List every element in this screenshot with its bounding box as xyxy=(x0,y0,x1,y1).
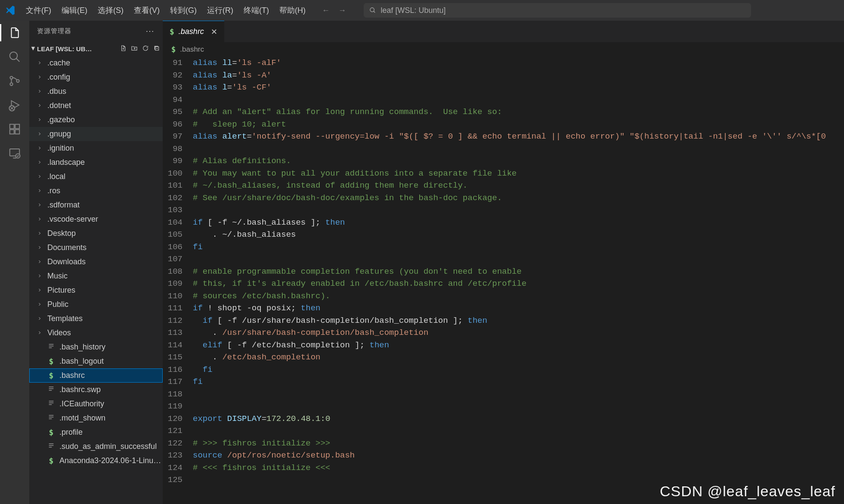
explorer-folder-header[interactable]: ▸ LEAF [WSL: UB… xyxy=(29,41,163,56)
nav-forward-icon[interactable]: → xyxy=(336,6,349,15)
shell-file-icon: $ xyxy=(49,371,54,380)
chevron-right-icon xyxy=(37,300,43,309)
tree-folder[interactable]: .dotnet xyxy=(29,99,163,113)
tree-file[interactable]: $.profile xyxy=(29,425,163,439)
shell-file-icon: $ xyxy=(49,428,54,437)
activity-explorer-icon[interactable] xyxy=(7,25,22,40)
tree-item-label: .sdformat xyxy=(47,201,80,210)
activity-remote-icon[interactable] xyxy=(7,145,22,161)
tree-file[interactable]: .ICEauthority xyxy=(29,397,163,411)
tree-folder[interactable]: .vscode-server xyxy=(29,212,163,226)
tree-file[interactable]: .bash_history xyxy=(29,340,163,354)
tree-folder[interactable]: Public xyxy=(29,297,163,312)
sidebar-title: 资源管理器 xyxy=(37,27,71,35)
menu-item[interactable]: 查看(V) xyxy=(129,0,165,21)
explorer-sidebar: 资源管理器 ⋯ ▸ LEAF [WSL: UB… .cache.config.d… xyxy=(29,21,163,504)
svg-line-1 xyxy=(374,11,375,12)
line-number-gutter: 91 92 93 94 95 96 97 98 99 100 101 102 1… xyxy=(163,57,193,504)
chevron-right-icon xyxy=(37,73,43,82)
chevron-right-icon xyxy=(37,186,43,195)
tree-file[interactable]: $Anaconda3-2024.06-1-Linu… xyxy=(29,454,163,468)
svg-point-5 xyxy=(10,83,12,85)
activity-run-debug-icon[interactable] xyxy=(7,97,22,113)
menu-item[interactable]: 编辑(E) xyxy=(56,0,93,21)
tree-folder[interactable]: .dbus xyxy=(29,84,163,99)
menu-item[interactable]: 运行(R) xyxy=(202,0,238,21)
chevron-right-icon xyxy=(37,87,43,96)
menu-item[interactable]: 选择(S) xyxy=(93,0,129,21)
file-tree[interactable]: .cache.config.dbus.dotnet.gazebo.gnupg.i… xyxy=(29,56,163,504)
sidebar-more-icon[interactable]: ⋯ xyxy=(145,26,155,36)
tree-item-label: .sudo_as_admin_successful xyxy=(59,442,157,451)
refresh-icon[interactable] xyxy=(142,45,149,53)
tree-item-label: .bash_logout xyxy=(59,357,104,366)
nav-back-icon[interactable]: ← xyxy=(319,6,332,15)
new-folder-icon[interactable] xyxy=(131,45,138,53)
chevron-right-icon xyxy=(37,201,43,210)
tree-folder[interactable]: .landscape xyxy=(29,155,163,170)
tree-file[interactable]: .bashrc.swp xyxy=(29,383,163,397)
tree-folder[interactable]: Documents xyxy=(29,241,163,255)
tree-folder[interactable]: Templates xyxy=(29,312,163,326)
tree-file[interactable]: $.bashrc xyxy=(29,368,163,383)
tab-close-icon[interactable]: ✕ xyxy=(211,27,217,37)
chevron-right-icon xyxy=(37,158,43,167)
tree-item-label: .dbus xyxy=(47,87,66,96)
tree-folder[interactable]: .ros xyxy=(29,184,163,198)
svg-rect-10 xyxy=(10,130,14,134)
activity-search-icon[interactable] xyxy=(7,49,22,65)
activity-extensions-icon[interactable] xyxy=(7,121,22,137)
tree-file[interactable]: .sudo_as_admin_successful xyxy=(29,439,163,454)
menu-item[interactable]: 帮助(H) xyxy=(274,0,311,21)
tree-folder[interactable]: Videos xyxy=(29,326,163,340)
new-file-icon[interactable] xyxy=(120,45,127,53)
tree-folder[interactable]: .sdformat xyxy=(29,198,163,212)
collapse-all-icon[interactable] xyxy=(153,45,160,53)
tree-folder[interactable]: .ignition xyxy=(29,141,163,155)
chevron-right-icon xyxy=(37,328,43,337)
tree-folder[interactable]: .gazebo xyxy=(29,113,163,127)
tree-item-label: Desktop xyxy=(47,229,76,238)
tree-folder[interactable]: Music xyxy=(29,269,163,283)
code-content[interactable]: alias ll='ls -alF' alias la='ls -A' alia… xyxy=(193,57,844,504)
code-editor[interactable]: 91 92 93 94 95 96 97 98 99 100 101 102 1… xyxy=(163,57,844,504)
menu-item[interactable]: 文件(F) xyxy=(21,0,56,21)
svg-rect-9 xyxy=(10,124,14,129)
tree-file[interactable]: .motd_shown xyxy=(29,411,163,425)
search-icon xyxy=(369,7,376,14)
chevron-right-icon xyxy=(37,172,43,181)
tree-item-label: .landscape xyxy=(47,158,85,167)
tree-folder[interactable]: .gnupg xyxy=(29,127,163,141)
tree-file[interactable]: $.bash_logout xyxy=(29,354,163,368)
chevron-right-icon xyxy=(37,144,43,153)
menu-item[interactable]: 终端(T) xyxy=(238,0,274,21)
breadcrumb[interactable]: $ .bashrc xyxy=(163,42,844,57)
chevron-right-icon xyxy=(37,257,43,266)
tab-bashrc[interactable]: $ .bashrc ✕ xyxy=(163,21,224,42)
menu-bar: 文件(F)编辑(E)选择(S)查看(V)转到(G)运行(R)终端(T)帮助(H)… xyxy=(0,0,844,21)
tree-folder[interactable]: .config xyxy=(29,70,163,84)
tree-folder[interactable]: Desktop xyxy=(29,226,163,241)
tree-item-label: Videos xyxy=(47,328,71,337)
activity-scm-icon[interactable] xyxy=(7,73,22,89)
tree-folder[interactable]: .cache xyxy=(29,56,163,70)
tree-item-label: .profile xyxy=(59,428,83,437)
tree-folder[interactable]: Downloads xyxy=(29,255,163,269)
chevron-right-icon xyxy=(37,215,43,224)
tree-item-label: .dotnet xyxy=(47,101,71,110)
chevron-right-icon xyxy=(37,130,43,139)
breadcrumb-label: .bashrc xyxy=(180,45,204,54)
text-file-icon xyxy=(48,442,55,451)
command-center[interactable]: leaf [WSL: Ubuntu] xyxy=(364,3,751,18)
svg-point-2 xyxy=(10,52,18,60)
menu-item[interactable]: 转到(G) xyxy=(165,0,202,21)
tree-folder[interactable]: .local xyxy=(29,170,163,184)
activity-bar xyxy=(0,21,29,504)
tree-folder[interactable]: Pictures xyxy=(29,283,163,297)
tree-item-label: Templates xyxy=(47,314,83,323)
tree-item-label: Music xyxy=(47,272,68,281)
svg-rect-12 xyxy=(15,124,19,129)
chevron-right-icon xyxy=(37,101,43,110)
tree-item-label: .motd_shown xyxy=(59,414,105,423)
chevron-right-icon xyxy=(37,314,43,323)
